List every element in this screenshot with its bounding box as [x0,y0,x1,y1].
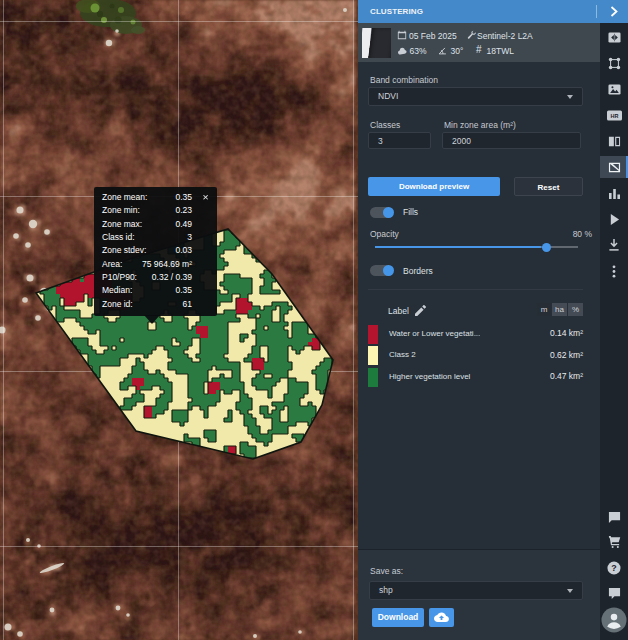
svg-text:?: ? [611,563,616,573]
svg-text:HR: HR [610,113,618,119]
